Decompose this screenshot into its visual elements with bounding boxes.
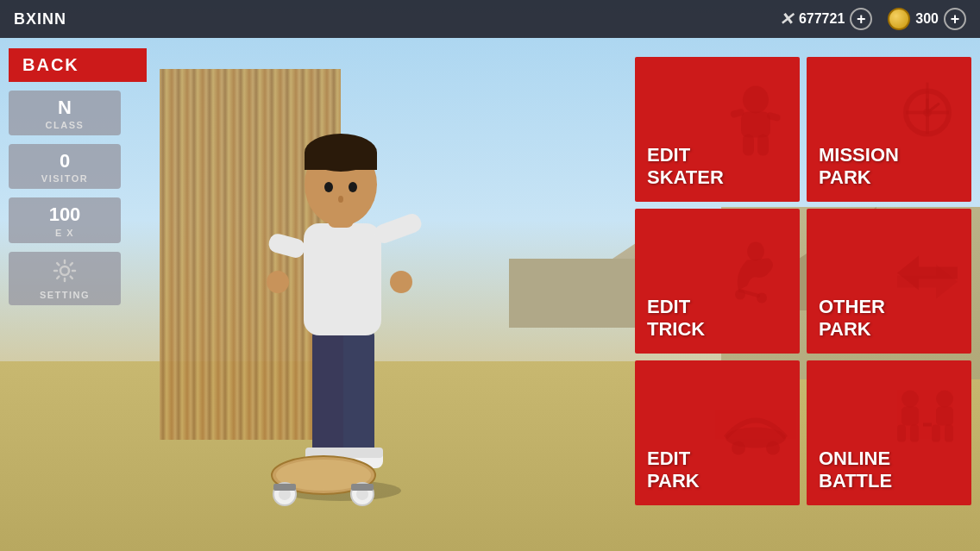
back-label: BACK [22,55,79,75]
svg-rect-29 [741,112,770,138]
online-battle-button[interactable]: ONLINEBATTLE [807,360,971,505]
setting-label: SETTING [40,290,90,300]
class-value: N [58,97,72,118]
edit-trick-label: EDITTRICK [647,296,705,340]
edit-skater-icon [717,83,795,177]
svg-rect-55 [945,425,953,442]
edit-park-label: EDITPARK [647,448,700,492]
svg-rect-9 [267,232,306,260]
other-park-label: OTHERPARK [819,296,885,340]
svg-point-28 [743,86,769,114]
svg-rect-32 [743,135,754,156]
mission-park-button[interactable]: MISSIONPARK [807,57,971,202]
edit-trick-icon [717,235,795,329]
gear-icon [53,259,77,288]
svg-point-41 [747,242,764,261]
svg-rect-27 [351,484,374,491]
setting-button[interactable]: SETTING [9,252,121,305]
svg-point-43 [735,290,745,300]
edit-trick-button[interactable]: EDITTRICK [635,209,800,354]
class-stat: N CLASS [9,91,121,135]
svg-point-44 [757,293,767,304]
xp-icon: ✕ [779,9,794,29]
username: BXINN [14,10,779,28]
svg-point-11 [267,271,289,293]
svg-rect-49 [901,407,919,426]
svg-rect-54 [932,425,940,442]
svg-point-12 [390,271,412,293]
ex-value: 100 [49,204,81,225]
mission-park-label: MISSIONPARK [819,144,899,188]
svg-point-47 [766,441,780,455]
svg-rect-10 [373,211,424,245]
header: BXINN ✕ 677721 + 300 + [0,0,980,38]
ex-stat: 100 E X [9,197,121,242]
edit-skater-button[interactable]: EDITSKATER [635,57,800,202]
edit-park-button[interactable]: EDITPARK [635,360,800,505]
coins-amount: 300 [915,11,939,27]
online-battle-icon [889,386,966,480]
svg-rect-50 [897,425,906,442]
visitor-stat: 0 VISITOR [9,144,121,189]
coins-currency: 300 + [888,8,966,30]
back-button[interactable]: BACK [9,48,147,82]
online-battle-label: ONLINEBATTLE [819,448,892,492]
svg-rect-16 [305,153,377,170]
svg-point-19 [338,196,343,203]
back-arrow [0,48,9,82]
visitor-label: VISITOR [41,173,88,184]
svg-rect-26 [273,484,296,491]
other-park-button[interactable]: OTHERPARK [807,209,971,354]
svg-point-18 [349,182,357,192]
left-panel: BACK N CLASS 0 VISITOR 100 E X SETTING [0,38,160,551]
edit-park-icon [717,386,795,480]
visitor-value: 0 [60,151,70,172]
svg-point-52 [936,391,953,408]
edit-skater-label: EDITSKATER [647,144,724,188]
svg-rect-8 [304,223,381,335]
add-coins-button[interactable]: + [944,8,966,30]
svg-point-0 [60,266,69,275]
svg-rect-51 [910,425,919,442]
svg-point-17 [324,182,333,192]
skateboard [254,441,393,527]
svg-rect-53 [936,407,953,426]
other-park-icon [889,235,966,329]
coin-icon [888,8,910,30]
mission-park-icon [889,83,966,177]
menu-grid: EDITSKATER MISSIONPARK [635,57,971,505]
svg-rect-33 [757,135,769,156]
currency-bar: ✕ 677721 + 300 + [779,8,966,30]
add-xp-button[interactable]: + [850,8,872,30]
svg-rect-2 [312,327,343,456]
class-label: CLASS [46,120,85,130]
xp-currency: ✕ 677721 + [779,8,872,30]
ex-label: E X [55,228,74,238]
svg-point-48 [901,391,919,408]
svg-point-46 [732,441,745,455]
xp-amount: 677721 [799,11,845,27]
